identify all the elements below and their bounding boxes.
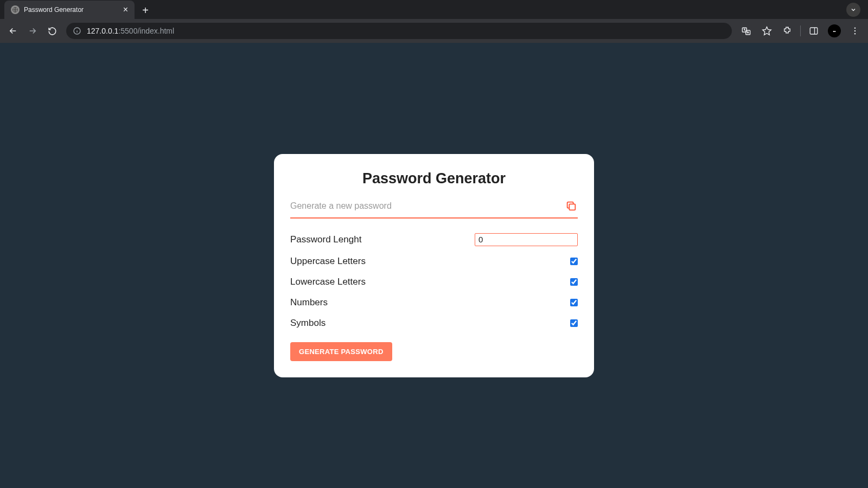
uppercase-label: Uppercase Letters	[290, 256, 366, 267]
password-output-input[interactable]	[290, 199, 560, 213]
new-tab-button[interactable]: +	[138, 3, 153, 18]
site-info-icon[interactable]	[73, 27, 81, 35]
svg-point-6	[854, 30, 856, 31]
translate-icon[interactable]	[737, 22, 755, 40]
url-text: 127.0.0.1:5500/index.html	[87, 27, 174, 35]
generate-button[interactable]: GENERATE PASSWORD	[290, 342, 392, 361]
lowercase-checkbox[interactable]	[570, 278, 578, 286]
bookmark-icon[interactable]	[758, 22, 775, 40]
reload-button[interactable]	[43, 22, 61, 40]
numbers-label: Numbers	[290, 297, 328, 308]
card-title: Password Generator	[290, 170, 578, 187]
password-output-row	[290, 199, 578, 219]
tab-search-button[interactable]	[846, 3, 860, 17]
globe-icon	[11, 5, 20, 14]
browser-tab[interactable]: Password Generator ×	[4, 1, 135, 19]
back-button[interactable]	[4, 22, 22, 40]
lowercase-row: Lowercase Letters	[290, 272, 578, 292]
extensions-icon[interactable]	[778, 22, 796, 40]
browser-toolbar: 127.0.0.1:5500/index.html ••	[0, 19, 868, 43]
svg-point-5	[854, 28, 856, 29]
profile-avatar[interactable]: ••	[826, 22, 843, 40]
toolbar-right-icons: ••	[737, 22, 864, 40]
length-input[interactable]	[475, 233, 578, 246]
symbols-label: Symbols	[290, 318, 326, 329]
numbers-checkbox[interactable]	[570, 299, 578, 306]
length-row: Password Lenght	[290, 228, 578, 251]
browser-chrome: Password Generator × + 127.0.0.1:5500/in…	[0, 0, 868, 43]
close-tab-icon[interactable]: ×	[123, 5, 128, 14]
symbols-row: Symbols	[290, 313, 578, 333]
tab-strip: Password Generator × +	[0, 0, 868, 19]
forward-button[interactable]	[24, 22, 41, 40]
symbols-checkbox[interactable]	[570, 319, 578, 327]
svg-rect-4	[810, 28, 818, 34]
svg-rect-8	[569, 204, 575, 210]
address-bar[interactable]: 127.0.0.1:5500/index.html	[66, 23, 732, 39]
page-content: Password Generator Password Lenght Upper…	[0, 43, 868, 488]
uppercase-row: Uppercase Letters	[290, 251, 578, 272]
separator	[800, 25, 801, 36]
tab-title: Password Generator	[24, 6, 84, 14]
length-label: Password Lenght	[290, 234, 361, 245]
lowercase-label: Lowercase Letters	[290, 277, 366, 287]
menu-icon[interactable]	[846, 22, 864, 40]
password-generator-card: Password Generator Password Lenght Upper…	[274, 154, 594, 377]
svg-point-7	[854, 33, 856, 34]
copy-icon[interactable]	[565, 200, 578, 213]
side-panel-icon[interactable]	[805, 22, 822, 40]
numbers-row: Numbers	[290, 292, 578, 313]
uppercase-checkbox[interactable]	[570, 258, 578, 265]
